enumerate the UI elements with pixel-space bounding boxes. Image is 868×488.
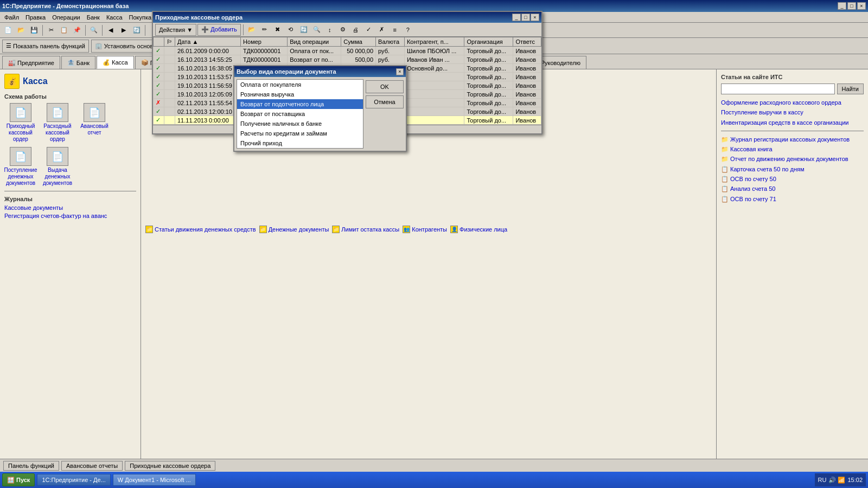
find-btn[interactable]: 🔍 <box>88 24 100 36</box>
row-org: Торговый до... <box>464 107 513 116</box>
link-analysis-50[interactable]: 📋 Анализ счета 50 <box>721 185 864 192</box>
add-btn[interactable]: ➕ Добавить <box>197 24 241 36</box>
taskbar-1c[interactable]: 1С:Предприятие - Де... <box>37 474 110 486</box>
row-currency: руб. <box>376 47 405 55</box>
modal-edit[interactable]: ✏ <box>259 24 271 36</box>
title-controls[interactable]: _ □ × <box>838 2 866 10</box>
income-orders-taskbar[interactable]: Приходные кассовые ордера <box>125 461 215 471</box>
panel-func-taskbar[interactable]: Панель функций <box>3 461 59 471</box>
link-journal-reg[interactable]: 📁 Журнал регистрации кассовых документов <box>721 136 864 143</box>
icon-income-order[interactable]: 📄 Приходный кассовый ордер <box>4 103 37 143</box>
taskbar-word[interactable]: W Документ1 - Microsoft ... <box>113 474 196 486</box>
forward-btn[interactable]: ▶ <box>118 24 130 36</box>
row-resp: Иванов <box>513 99 541 107</box>
journal-kassa-docs[interactable]: Кассовые документы <box>4 204 136 211</box>
col-op[interactable]: Вид операции <box>288 37 341 47</box>
start-button[interactable]: 🪟 Пуск <box>2 473 35 486</box>
modal-conduct[interactable]: ✓ <box>363 24 375 36</box>
op-item-3-selected[interactable]: Возврат от подотчетного лица <box>237 99 363 109</box>
modal-list[interactable]: ≡ <box>389 24 401 36</box>
col-num[interactable]: Номер <box>241 37 288 47</box>
modal-controls[interactable]: _ □ × <box>512 14 539 21</box>
its-link-1[interactable]: Оформление расходного кассового ордера <box>721 99 864 106</box>
back-btn[interactable]: ◀ <box>105 24 117 36</box>
op-item-7[interactable]: Прочий приход <box>237 138 363 148</box>
op-dialog-close[interactable]: × <box>396 68 404 75</box>
col-resp[interactable]: Ответс <box>513 37 541 47</box>
op-item-5[interactable]: Получение наличных в банке <box>237 119 363 129</box>
modal-copy[interactable]: ⟲ <box>285 24 297 36</box>
its-search-input[interactable] <box>721 84 835 94</box>
journals-label: Журналы <box>4 196 136 202</box>
maximize-btn[interactable]: □ <box>847 2 856 10</box>
refresh-btn[interactable]: 🔄 <box>131 24 143 36</box>
modal-minimize[interactable]: _ <box>512 14 521 21</box>
col-sum[interactable]: Сумма <box>341 37 376 47</box>
modal-print[interactable]: 🖨 <box>350 24 362 36</box>
icon-advance-report[interactable]: 📄 Авансовый отчет <box>78 103 111 143</box>
modal-open[interactable]: 📂 <box>246 24 258 36</box>
menu-kassa[interactable]: Касса <box>103 13 126 22</box>
menu-operations[interactable]: Операции <box>49 13 83 22</box>
modal-help[interactable]: ? <box>402 24 414 36</box>
link-osv-71[interactable]: 📋 ОСВ по счету 71 <box>721 195 864 203</box>
col-currency[interactable]: Валюта <box>376 37 405 47</box>
link-osv-50[interactable]: 📋 ОСВ по счету 50 <box>721 175 864 183</box>
modal-delete[interactable]: ✖ <box>272 24 284 36</box>
link-limit[interactable]: 📁 Лимит остатка кассы <box>332 226 399 233</box>
tab-kassa[interactable]: 💰 Касса <box>97 56 134 69</box>
its-link-3[interactable]: Инвентаризация средств в кассе организац… <box>721 119 864 126</box>
op-item-1[interactable]: Оплата от покупателя <box>237 80 363 89</box>
table-row[interactable]: ✓ 26.01.2009 0:00:00 ТДК00000001 Оплата … <box>154 47 541 55</box>
advance-reports-taskbar[interactable]: Авансовые отчеты <box>61 461 123 471</box>
copy-btn[interactable]: 📋 <box>58 24 70 36</box>
modal-close[interactable]: × <box>531 14 539 21</box>
icon-issue-docs[interactable]: 📄 Выдача денежных документов <box>41 147 74 187</box>
show-panel-btn[interactable]: ☰ Показать панель функций <box>2 40 89 53</box>
link-articles[interactable]: 📁 Статьи движения денежных средств <box>145 226 256 233</box>
its-link-2[interactable]: Поступление выручки в кассу <box>721 108 864 116</box>
modal-sort[interactable]: ↕ <box>324 24 336 36</box>
tab-enterprise[interactable]: 🏭 Предприятие <box>2 56 60 69</box>
row-date: 19.10.2013 12:05:09 <box>175 90 241 99</box>
modal-maximize[interactable]: □ <box>521 14 530 21</box>
close-btn[interactable]: × <box>857 2 866 10</box>
tab-bank[interactable]: 🏦 Банк <box>61 56 95 69</box>
link-report-movement[interactable]: 📁 Отчет по движению денежных документов <box>721 155 864 163</box>
new-btn[interactable]: 📄 <box>2 24 14 36</box>
icon-expense-order[interactable]: 📄 Расходный кассовый ордер <box>41 103 74 143</box>
cut-btn[interactable]: ✂ <box>45 24 57 36</box>
modal-filter[interactable]: 🔍 <box>311 24 323 36</box>
col-counterparty[interactable]: Контрагент, п... <box>404 37 464 47</box>
paste-btn[interactable]: 📌 <box>71 24 83 36</box>
menu-bank[interactable]: Банк <box>84 13 103 22</box>
minimize-btn[interactable]: _ <box>838 2 846 10</box>
modal-refresh2[interactable]: 🔄 <box>298 24 310 36</box>
link-persons[interactable]: 👤 Физические лица <box>450 226 507 233</box>
op-item-2[interactable]: Розничная выручка <box>237 89 363 99</box>
op-item-6[interactable]: Расчеты по кредитам и займам <box>237 129 363 138</box>
menu-file[interactable]: Файл <box>1 13 22 22</box>
modal-unpost[interactable]: ✗ <box>376 24 388 36</box>
link-card-50[interactable]: 📋 Карточка счета 50 по дням <box>721 165 864 173</box>
link-kassa-book[interactable]: 📁 Кассовая книга <box>721 145 864 153</box>
schema-icons: 📄 Приходный кассовый ордер 📄 Расходный к… <box>4 103 136 187</box>
op-item-4[interactable]: Возврат от поставщика <box>237 109 363 119</box>
link-money-docs[interactable]: 📁 Денежные документы <box>259 226 329 233</box>
col-org[interactable]: Организация <box>464 37 513 47</box>
op-cancel-btn[interactable]: Отмена <box>366 95 404 108</box>
op-ok-btn[interactable]: OK <box>366 80 404 93</box>
row-org: Торговый до... <box>464 81 513 90</box>
icon-receipt-docs[interactable]: 📄 Поступление денежных документов <box>4 147 37 187</box>
table-row[interactable]: ✓ 16.10.2013 14:55:25 ТДК00000001 Возвра… <box>154 55 541 64</box>
link-contractors[interactable]: 👥 Контрагенты <box>403 226 447 233</box>
menu-purchase[interactable]: Покупка <box>126 13 155 22</box>
col-date[interactable]: Дата ▲ <box>175 37 241 47</box>
menu-edit[interactable]: Правка <box>22 13 49 22</box>
save-btn[interactable]: 💾 <box>28 24 40 36</box>
its-search-btn[interactable]: Найти <box>837 84 864 94</box>
modal-settings[interactable]: ⚙ <box>337 24 349 36</box>
journal-invoices[interactable]: Регистрация счетов-фактур на аванс <box>4 213 136 219</box>
open-btn[interactable]: 📂 <box>15 24 27 36</box>
actions-dropdown[interactable]: Действия ▼ <box>155 24 196 36</box>
